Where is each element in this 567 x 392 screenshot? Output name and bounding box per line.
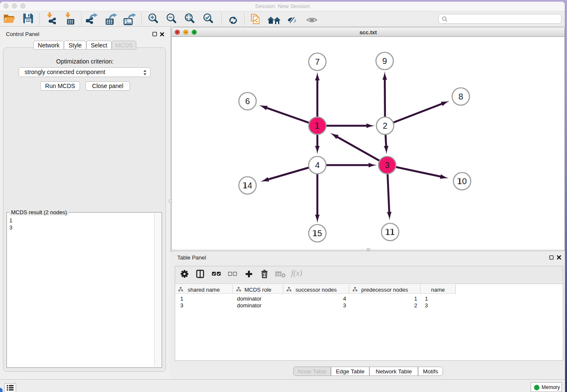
- svg-text:6: 6: [245, 97, 250, 106]
- svg-text:5: 5: [317, 229, 322, 238]
- svg-text:4: 4: [315, 160, 319, 170]
- svg-text:4: 4: [248, 181, 252, 190]
- svg-text:8: 8: [458, 92, 463, 101]
- svg-text:2: 2: [383, 121, 387, 130]
- svg-text:0: 0: [462, 177, 467, 186]
- svg-text:7: 7: [315, 57, 319, 66]
- svg-text:9: 9: [382, 56, 387, 66]
- svg-text:3: 3: [385, 160, 389, 170]
